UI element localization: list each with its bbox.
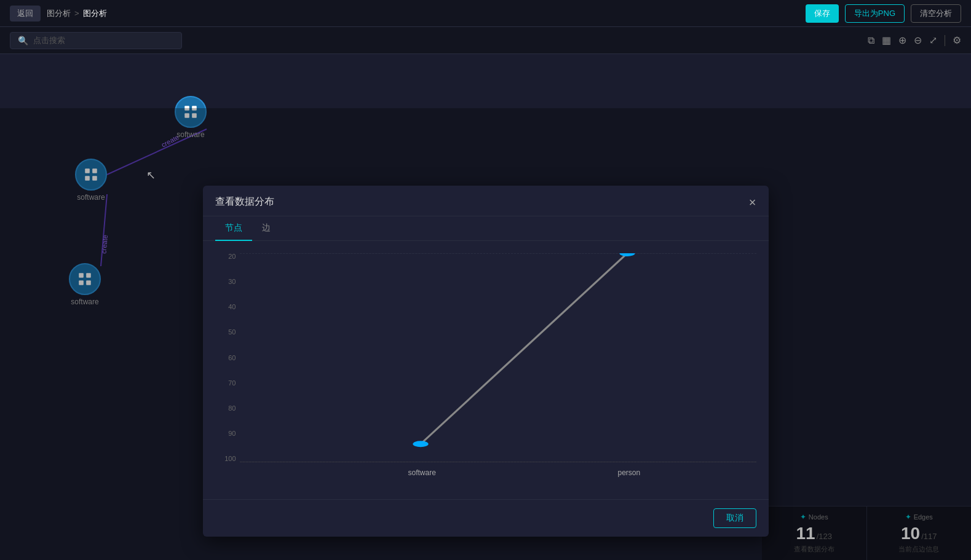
toolbar-divider (945, 35, 945, 46)
topbar: 返回 图分析 > 图分析 保存 导出为PNG 清空分析 (0, 0, 971, 27)
modal-title: 查看数据分布 (215, 195, 274, 208)
breadcrumb: 图分析 > 图分析 (47, 8, 107, 19)
svg-line-17 (421, 253, 627, 444)
toolbar-icon-2[interactable]: ▦ (882, 34, 891, 46)
back-button[interactable]: 返回 (10, 6, 41, 22)
toolbar-icon-1[interactable]: ⧉ (868, 35, 874, 46)
fullscreen-icon[interactable]: ⤢ (929, 34, 937, 46)
y-label-30: 30 (215, 278, 240, 285)
topbar-left: 返回 图分析 > 图分析 (10, 6, 107, 22)
y-label-70: 70 (215, 380, 240, 387)
zoom-out-icon[interactable]: ⊖ (914, 34, 922, 46)
cancel-button[interactable]: 取消 (713, 508, 756, 528)
breadcrumb-current: 图分析 (83, 8, 107, 19)
breadcrumb-separator: > (74, 9, 79, 18)
modal-footer: 取消 (203, 499, 769, 537)
modal-dialog: 查看数据分布 × 节点 边 100 90 80 70 60 (203, 186, 769, 537)
clear-button[interactable]: 清空分析 (911, 4, 961, 23)
modal-tabs: 节点 边 (203, 216, 769, 241)
svg-point-18 (413, 441, 428, 447)
save-button[interactable]: 保存 (806, 4, 839, 23)
modal-overlay: 查看数据分布 × 节点 边 100 90 80 70 60 (0, 108, 971, 560)
y-label-40: 40 (215, 304, 240, 310)
modal-close-button[interactable]: × (749, 196, 756, 208)
chart-x-axis: software person (240, 462, 756, 487)
y-label-60: 60 (215, 355, 240, 361)
settings-icon[interactable]: ⚙ (953, 34, 961, 46)
export-button[interactable]: 导出为PNG (845, 4, 905, 23)
chart-svg (240, 253, 756, 462)
y-label-20: 20 (215, 253, 240, 260)
modal-header: 查看数据分布 × (203, 186, 769, 216)
y-label-100: 100 (215, 455, 240, 462)
topbar-right: 保存 导出为PNG 清空分析 (806, 4, 961, 23)
tab-nodes[interactable]: 节点 (215, 216, 252, 241)
y-label-50: 50 (215, 329, 240, 336)
search-icon: 🔍 (18, 36, 28, 45)
chart-container: 100 90 80 70 60 50 40 30 20 (215, 253, 756, 487)
zoom-in-icon[interactable]: ⊕ (898, 34, 906, 46)
modal-body: 100 90 80 70 60 50 40 30 20 (203, 241, 769, 499)
chart-y-axis: 100 90 80 70 60 50 40 30 20 (215, 253, 240, 462)
x-label-software: software (408, 468, 436, 477)
toolbar-right: ⧉ ▦ ⊕ ⊖ ⤢ ⚙ (868, 34, 961, 46)
search-bar-row: 🔍 点击搜索 ⧉ ▦ ⊕ ⊖ ⤢ ⚙ (0, 27, 971, 54)
canvas-area: create create software software software… (0, 54, 971, 560)
tab-edges[interactable]: 边 (252, 216, 280, 241)
breadcrumb-parent[interactable]: 图分析 (47, 8, 71, 19)
search-box[interactable]: 🔍 点击搜索 (10, 32, 182, 49)
y-label-80: 80 (215, 405, 240, 412)
y-label-90: 90 (215, 430, 240, 437)
x-label-person: person (618, 468, 641, 477)
svg-point-19 (619, 253, 635, 256)
search-placeholder: 点击搜索 (33, 35, 65, 46)
